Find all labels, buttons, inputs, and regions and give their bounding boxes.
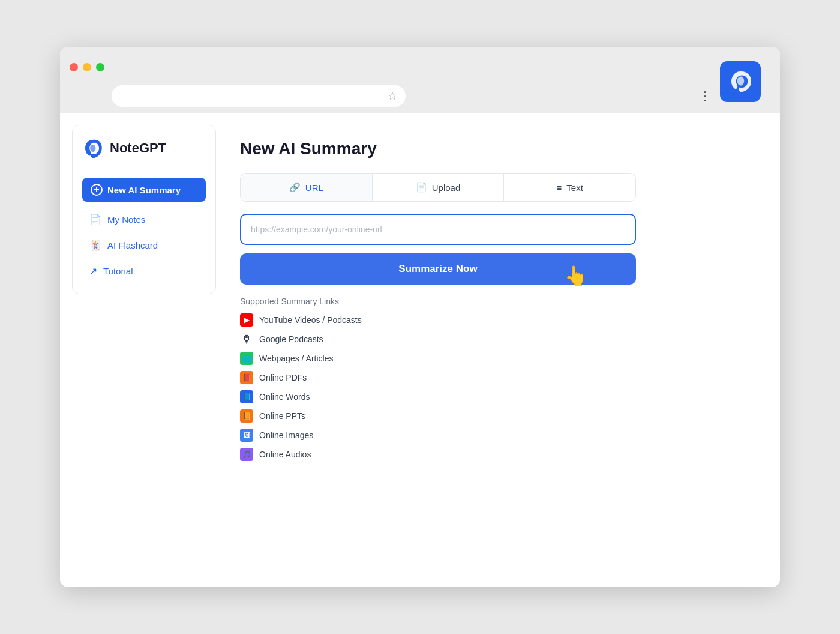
bookmark-icon[interactable]: ☆ [388,89,397,103]
tab-text[interactable]: ≡ Text [504,174,635,201]
webpage-icon: 🌐 [240,352,253,365]
list-item-youtube: ▶ YouTube Videos / Podcasts [240,313,744,327]
notes-icon: 📄 [89,214,101,225]
tab-url[interactable]: 🔗 URL [241,174,373,201]
word-icon: 📘 [240,390,253,403]
cursor-pointer-icon: 👆 [564,264,588,287]
more-options-icon[interactable]: ⋮ [694,86,716,106]
sidebar: NoteGPT + New AI Summary 📄 My Notes 🃏 AI… [72,125,216,294]
new-ai-summary-button[interactable]: + New AI Summary [82,178,206,202]
sidebar-item-my-notes[interactable]: 📄 My Notes [82,209,206,230]
image-icon: 🖼 [240,429,253,442]
supported-links-list: ▶ YouTube Videos / Podcasts 🎙 Google Pod… [240,313,744,461]
main-content: New AI Summary 🔗 URL 📄 Upload ≡ Text [216,125,768,575]
ppt-icon: 📙 [240,409,253,423]
online-pdfs-label: Online PDFs [259,373,307,382]
ai-flashcard-label: AI Flashcard [107,240,158,250]
list-item-online-audios: 🎵 Online Audios [240,448,744,461]
audio-icon: 🎵 [240,448,253,461]
url-input-wrapper [240,214,636,245]
browser-window: ☆ ⋮ NoteGPT + New AI Summary [60,47,780,587]
list-item-online-ppts: 📙 Online PPTs [240,409,744,423]
close-button[interactable] [70,63,78,71]
list-item-webpages: 🌐 Webpages / Articles [240,352,744,365]
sidebar-item-tutorial[interactable]: ↗ Tutorial [82,261,206,282]
address-bar-row: ☆ ⋮ [70,85,770,113]
plus-icon: + [91,184,103,196]
list-item-online-pdfs: 📕 Online PDFs [240,371,744,384]
new-ai-summary-label: New AI Summary [107,185,181,195]
online-images-label: Online Images [259,430,313,440]
list-item-online-words: 📘 Online Words [240,390,744,403]
maximize-button[interactable] [96,63,104,71]
summarize-button-label: Summarize Now [398,263,477,274]
google-podcasts-icon: 🎙 [240,333,253,346]
youtube-icon: ▶ [240,313,253,327]
summarize-now-button[interactable]: Summarize Now 👆 [240,253,636,285]
address-bar[interactable]: ☆ [112,85,406,107]
upload-tab-icon: 📄 [416,182,427,193]
text-tab-icon: ≡ [557,183,562,193]
online-audios-label: Online Audios [259,450,311,459]
tab-row: 🔗 URL 📄 Upload ≡ Text [240,173,636,202]
url-tab-icon: 🔗 [289,182,301,193]
url-input[interactable] [240,214,636,245]
my-notes-label: My Notes [107,214,145,225]
notegpt-logo-icon [82,137,104,159]
tab-upload[interactable]: 📄 Upload [373,174,505,201]
sidebar-item-ai-flashcard[interactable]: 🃏 AI Flashcard [82,235,206,256]
sidebar-logo: NoteGPT [82,137,206,168]
app-name: NoteGPT [110,140,166,156]
chrome-top-bar [70,55,770,79]
google-podcasts-label: Google Podcasts [259,334,323,344]
supported-links-title: Supported Summary Links [240,297,744,306]
minimize-button[interactable] [83,63,91,71]
page-title: New AI Summary [240,139,744,158]
app-logo-button[interactable] [720,61,761,102]
tutorial-icon: ↗ [89,265,97,277]
tutorial-label: Tutorial [103,266,133,276]
app-content: NoteGPT + New AI Summary 📄 My Notes 🃏 AI… [60,113,780,587]
pdf-icon: 📕 [240,371,253,384]
webpages-label: Webpages / Articles [259,354,333,363]
flashcard-icon: 🃏 [89,240,101,251]
text-tab-label: Text [566,183,583,193]
online-ppts-label: Online PPTs [259,411,305,421]
youtube-label: YouTube Videos / Podcasts [259,315,362,325]
traffic-lights [70,63,104,71]
upload-tab-label: Upload [432,183,461,193]
browser-chrome: ☆ ⋮ [60,47,780,113]
list-item-online-images: 🖼 Online Images [240,429,744,442]
url-tab-label: URL [305,183,323,193]
list-item-google-podcasts: 🎙 Google Podcasts [240,333,744,346]
online-words-label: Online Words [259,392,310,402]
